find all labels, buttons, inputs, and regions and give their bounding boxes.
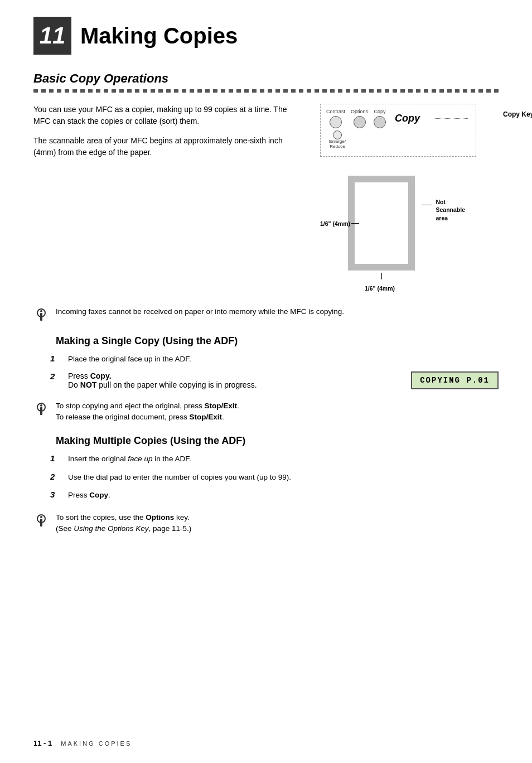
single-copy-steps: 1 Place the original face up in the ADF.… bbox=[50, 354, 499, 389]
right-annot-line1: Not bbox=[436, 198, 465, 206]
multiple-step-3: 3 Press Copy. bbox=[50, 490, 499, 501]
options-button bbox=[354, 116, 366, 128]
options-key-italic: Using the Options Key bbox=[74, 524, 148, 533]
options-label: Options bbox=[351, 109, 368, 114]
right-annot-line bbox=[422, 205, 432, 205]
copy-bold-multi: Copy bbox=[89, 491, 108, 499]
note-incoming-text: Incoming faxes cannot be received on pap… bbox=[56, 307, 344, 316]
face-up-italic: face up bbox=[128, 455, 152, 463]
note-stop-line2: To release the original document, press bbox=[56, 413, 189, 421]
step-1-text: Place the original face up in the ADF. bbox=[68, 355, 191, 363]
insert-text: Insert the original bbox=[68, 455, 128, 463]
left-annotation: 1/6" (4mm) bbox=[320, 220, 359, 227]
multi-step-number-1: 1 bbox=[50, 453, 61, 463]
options-bold: Options bbox=[146, 513, 174, 521]
copy-keys-panel-container: Contrast Options Copy Copy bbox=[320, 104, 499, 157]
multiple-copy-steps: 1 Insert the original face up in the ADF… bbox=[50, 453, 499, 501]
multi-step-1-content: Insert the original face up in the ADF. bbox=[68, 453, 499, 465]
svg-rect-4 bbox=[40, 407, 42, 415]
note-stop-exit: To stop copying and eject the original, … bbox=[33, 398, 499, 426]
enlarge-reduce-label: Enlarge/ Reduce bbox=[326, 139, 349, 149]
page-number: 11 - 1 bbox=[33, 739, 52, 747]
right-annot-line2: Scannable bbox=[436, 206, 465, 214]
do-not-text: Do NOT pull on the paper while copying i… bbox=[68, 380, 257, 389]
chapter-number: 11 bbox=[33, 17, 71, 55]
basic-copy-content: You can use your MFC as a copier, making… bbox=[33, 104, 499, 293]
press-text: Press bbox=[68, 371, 90, 380]
intro-para-1: You can use your MFC as a copier, making… bbox=[33, 104, 303, 127]
stop-period-1: . bbox=[237, 402, 239, 410]
copy-keys-panel: Contrast Options Copy Copy bbox=[320, 104, 476, 157]
page-footer: 11 - 1 MAKING COPIES bbox=[33, 739, 132, 747]
left-annotation-text: 1/6" (4mm) bbox=[320, 220, 350, 227]
sort-key-text: key. bbox=[174, 513, 190, 521]
right-annot-line3: area bbox=[436, 214, 465, 223]
bottom-annotation-text: 1/6" (4mm) bbox=[365, 285, 395, 292]
panel-row-2: Enlarge/ Reduce bbox=[326, 131, 470, 149]
sort-line2: (See bbox=[56, 524, 74, 533]
note-text-options: To sort the copies, use the Options key.… bbox=[56, 512, 191, 535]
stop-exit-bold-1: Stop/Exit bbox=[204, 402, 237, 410]
scan-area-diagram: 1/6" (4mm) Not Scannable area 1/6" (4mm) bbox=[320, 165, 465, 293]
svg-point-2 bbox=[40, 310, 42, 312]
options-item: Options bbox=[351, 109, 368, 128]
step-number-2: 2 bbox=[50, 371, 61, 381]
copy-italic-label: Copy bbox=[395, 113, 420, 124]
copy-bold: Copy. bbox=[90, 371, 112, 380]
shade-right bbox=[408, 176, 415, 271]
note-text-incoming: Incoming faxes cannot be received on pap… bbox=[56, 306, 344, 317]
step-2-text: Press Copy. Do NOT pull on the paper whi… bbox=[68, 371, 400, 389]
contrast-label: Contrast bbox=[326, 109, 345, 114]
enlarge-reduce-item: Enlarge/ Reduce bbox=[326, 131, 349, 149]
copy-keys-right-label: Copy Keys bbox=[503, 110, 532, 119]
multi-step-number-2: 2 bbox=[50, 472, 61, 481]
enlarge-reduce-button bbox=[333, 131, 342, 139]
dotted-connector bbox=[434, 118, 468, 119]
section-heading: Basic Copy Operations bbox=[33, 71, 499, 86]
step-2-content: Press Copy. Do NOT pull on the paper whi… bbox=[68, 371, 499, 389]
stop-period-2: . bbox=[222, 413, 224, 421]
note-icon-incoming bbox=[33, 307, 49, 323]
note-options: To sort the copies, use the Options key.… bbox=[33, 510, 499, 537]
contrast-item: Contrast bbox=[326, 109, 345, 128]
single-step-1: 1 Place the original face up in the ADF. bbox=[50, 354, 499, 365]
lcd-display: COPYING P.01 bbox=[411, 371, 499, 389]
stop-exit-bold-2: Stop/Exit bbox=[189, 413, 222, 421]
chapter-header: 11 Making Copies bbox=[33, 17, 499, 55]
bottom-annot-line bbox=[381, 273, 382, 279]
multiple-copy-heading: Making Multiple Copies (Using the ADF) bbox=[56, 435, 499, 447]
bottom-annotation: 1/6" (4mm) bbox=[365, 285, 395, 292]
diagram-column: Contrast Options Copy Copy bbox=[320, 104, 499, 293]
contrast-button bbox=[330, 116, 342, 128]
copy-period: . bbox=[108, 491, 110, 499]
copy-item: Copy bbox=[374, 109, 386, 128]
note-icon-options bbox=[33, 513, 49, 529]
note-stop-line1: To stop copying and eject the original, … bbox=[56, 402, 204, 410]
copy-italic-area: Copy bbox=[391, 113, 425, 124]
svg-point-5 bbox=[40, 404, 42, 407]
svg-rect-1 bbox=[40, 313, 42, 321]
panel-row: Contrast Options Copy Copy bbox=[326, 109, 470, 128]
in-adf-text: in the ADF. bbox=[153, 455, 191, 463]
single-step-2: 2 Press Copy. Do NOT pull on the paper w… bbox=[50, 371, 499, 389]
intro-text-column: You can use your MFC as a copier, making… bbox=[33, 104, 303, 293]
sort-line1: To sort the copies, use the bbox=[56, 513, 146, 521]
chapter-title: Making Copies bbox=[80, 23, 238, 49]
shade-bottom bbox=[348, 264, 415, 271]
section-rule bbox=[33, 89, 499, 93]
svg-rect-7 bbox=[40, 519, 42, 527]
note-incoming-fax: Incoming faxes cannot be received on pap… bbox=[33, 304, 499, 325]
step-1-content: Place the original face up in the ADF. bbox=[68, 354, 499, 365]
svg-point-8 bbox=[40, 516, 42, 518]
multi-step-2-content: Use the dial pad to enter the number of … bbox=[68, 472, 499, 483]
right-annotation: Not Scannable area bbox=[436, 198, 465, 223]
single-copy-heading: Making a Single Copy (Using the ADF) bbox=[56, 335, 499, 347]
note-icon-stop bbox=[33, 402, 49, 417]
step-number-1: 1 bbox=[50, 354, 61, 363]
press-text-multi: Press bbox=[68, 491, 89, 499]
copy-label: Copy bbox=[374, 109, 386, 114]
note-text-stop: To stop copying and eject the original, … bbox=[56, 400, 239, 423]
shade-top bbox=[348, 176, 415, 182]
sort-page-ref: , page 11-5.) bbox=[149, 524, 192, 533]
left-annotation-line bbox=[351, 223, 359, 224]
